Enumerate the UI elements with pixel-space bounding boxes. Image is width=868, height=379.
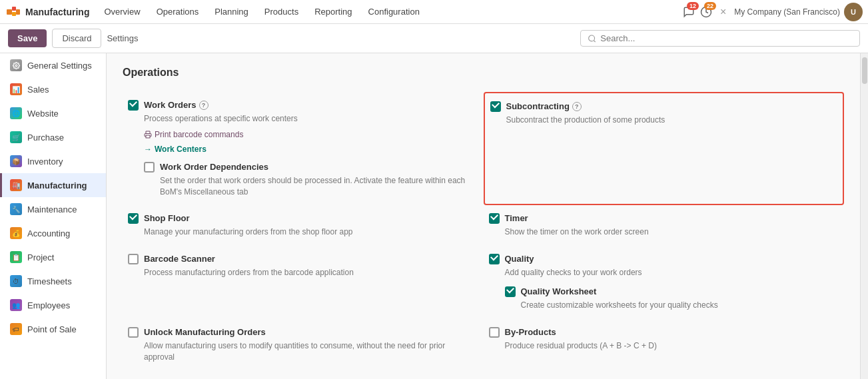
scrollbar[interactable] — [860, 53, 868, 379]
sidebar-item-timesheets[interactable]: ⏱ Timesheets — [0, 269, 106, 293]
work-centers-link[interactable]: → Work Centers — [144, 145, 478, 154]
work-orders-checkbox[interactable] — [128, 100, 139, 111]
sidebar-item-employees[interactable]: 👥 Employees — [0, 293, 106, 317]
work-order-dependencies-desc: Set the order that work orders should be… — [160, 175, 478, 198]
sidebar-item-maintenance[interactable]: 🔧 Maintenance — [0, 197, 106, 221]
sidebar-label-sales: Sales — [27, 85, 49, 95]
setting-by-products: By-Products Produce residual products (A… — [484, 319, 845, 371]
sidebar-item-general-settings[interactable]: General Settings — [0, 53, 106, 77]
quality-checkbox[interactable] — [489, 254, 500, 264]
sidebar-item-website[interactable]: 🌐 Website — [0, 101, 106, 125]
save-button[interactable]: Save — [8, 29, 47, 47]
timer-checkbox[interactable] — [489, 213, 500, 224]
quality-worksheet-setting: Quality Worksheet Create customizable wo… — [505, 286, 839, 311]
timer-desc: Show the timer on the work order screen — [505, 226, 839, 238]
brand-label: Manufacturing — [25, 7, 89, 17]
brand[interactable]: Manufacturing — [5, 4, 89, 20]
search-bar[interactable] — [580, 30, 860, 47]
subcontracting-help-icon[interactable]: ? — [572, 102, 582, 111]
sidebar-icon-employees: 👥 — [10, 299, 22, 311]
unlock-manufacturing-desc: Allow manufacturing users to modify quan… — [144, 340, 478, 363]
setting-subcontracting: Subcontracting ? Subcontract the product… — [484, 92, 845, 205]
navbar-right: 12 22 × My Company (San Francisco) U — [683, 3, 863, 21]
print-barcode-link[interactable]: Print barcode commands — [144, 130, 478, 139]
setting-timer: Timer Show the timer on the work order s… — [484, 205, 845, 246]
sidebar-label-purchase: Purchase — [27, 133, 64, 143]
svg-point-5 — [589, 35, 595, 41]
sidebar-icon-general-settings — [10, 59, 22, 71]
shop-floor-checkbox[interactable] — [128, 213, 139, 224]
subcontracting-checkbox[interactable] — [490, 101, 501, 112]
sidebar-label-website: Website — [27, 109, 59, 119]
chat-notification[interactable]: 12 — [683, 6, 695, 18]
clock-notification[interactable]: 22 — [700, 6, 712, 18]
svg-rect-2 — [12, 12, 16, 16]
shop-floor-name: Shop Floor — [144, 213, 190, 223]
quality-name: Quality — [505, 254, 534, 264]
sidebar-label-timesheets: Timesheets — [27, 276, 72, 286]
sidebar-label-employees: Employees — [27, 300, 70, 310]
sidebar-label-project: Project — [27, 252, 54, 262]
sidebar-item-sales[interactable]: 📊 Sales — [0, 77, 106, 101]
company-info: My Company (San Francisco) U — [734, 3, 863, 21]
sidebar-item-purchase[interactable]: 🛒 Purchase — [0, 125, 106, 149]
content-area: Operations Work Orders ? Process operati… — [107, 53, 860, 379]
setting-quality: Quality Add quality checks to your work … — [484, 246, 845, 319]
quality-worksheet-checkbox[interactable] — [505, 286, 516, 297]
printer-icon — [144, 131, 152, 139]
print-barcode-label: Print barcode commands — [155, 130, 243, 139]
work-orders-help-icon[interactable]: ? — [199, 101, 209, 110]
main-layout: General Settings 📊 Sales 🌐 Website 🛒 Pur… — [0, 53, 868, 379]
unlock-manufacturing-checkbox[interactable] — [128, 327, 139, 338]
setting-work-orders-header: Work Orders ? — [128, 100, 478, 111]
timer-name: Timer — [505, 213, 528, 223]
sidebar-icon-pos: 🏷 — [10, 323, 22, 335]
nav-operations[interactable]: Operations — [150, 4, 206, 19]
sidebar-icon-maintenance: 🔧 — [10, 203, 22, 215]
work-orders-name: Work Orders ? — [144, 100, 209, 110]
quality-worksheet-name: Quality Worksheet — [521, 286, 597, 296]
sidebar-item-pos[interactable]: 🏷 Point of Sale — [0, 317, 106, 341]
company-name: My Company (San Francisco) — [734, 7, 840, 17]
svg-rect-1 — [12, 7, 16, 11]
arrow-icon: → — [144, 145, 152, 154]
setting-shop-floor: Shop Floor Manage your manufacturing ord… — [123, 205, 484, 246]
work-order-dependencies-setting: Work Order Dependencies Set the order th… — [144, 162, 478, 198]
subcontracting-name: Subcontracting ? — [506, 101, 582, 111]
section-title: Operations — [123, 67, 844, 79]
sidebar-item-inventory[interactable]: 📦 Inventory — [0, 149, 106, 173]
sidebar-item-accounting[interactable]: 💰 Accounting — [0, 221, 106, 245]
sidebar: General Settings 📊 Sales 🌐 Website 🛒 Pur… — [0, 53, 107, 379]
sidebar-icon-manufacturing: 🏭 — [10, 179, 22, 191]
svg-line-6 — [594, 40, 595, 41]
nav-configuration[interactable]: Configuration — [362, 4, 426, 19]
barcode-scanner-checkbox[interactable] — [128, 254, 139, 264]
work-order-dependencies-checkbox[interactable] — [144, 162, 155, 173]
sidebar-item-manufacturing[interactable]: 🏭 Manufacturing — [0, 173, 106, 197]
quality-desc: Add quality checks to your work orders — [505, 267, 839, 278]
close-icon[interactable]: × — [717, 6, 729, 18]
svg-rect-8 — [146, 135, 150, 138]
work-orders-desc: Process operations at specific work cent… — [144, 113, 478, 125]
quality-worksheet-desc: Create customizable worksheets for your … — [521, 300, 839, 311]
nav-overview[interactable]: Overview — [97, 4, 147, 19]
sidebar-label-pos: Point of Sale — [27, 324, 77, 334]
by-products-checkbox[interactable] — [489, 327, 500, 338]
search-input[interactable] — [600, 33, 853, 43]
toolbar-settings-label: Settings — [107, 33, 138, 43]
avatar[interactable]: U — [844, 3, 863, 21]
setting-shop-floor-header: Shop Floor — [128, 213, 478, 224]
work-order-dependencies-name: Work Order Dependencies — [160, 162, 268, 172]
by-products-desc: Produce residual products (A + B -> C + … — [505, 340, 839, 352]
setting-quality-header: Quality — [489, 254, 839, 264]
nav-reporting[interactable]: Reporting — [308, 4, 358, 19]
svg-rect-0 — [7, 9, 12, 15]
by-products-name: By-Products — [505, 327, 556, 337]
brand-icon — [5, 4, 21, 20]
nav-products[interactable]: Products — [258, 4, 305, 19]
clock-badge: 22 — [704, 2, 716, 10]
discard-button[interactable]: Discard — [52, 29, 101, 48]
search-icon — [588, 34, 596, 43]
sidebar-item-project[interactable]: 📋 Project — [0, 245, 106, 269]
nav-planning[interactable]: Planning — [208, 4, 255, 19]
